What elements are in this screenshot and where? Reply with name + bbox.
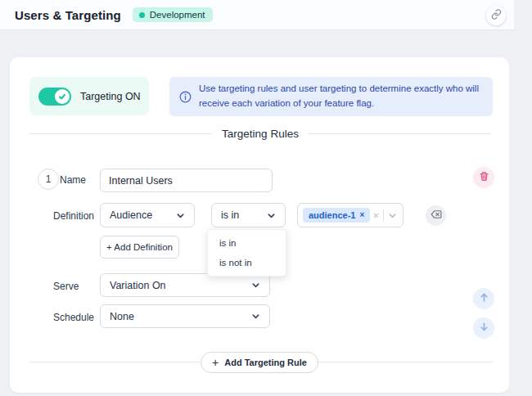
divider-line: [309, 133, 491, 134]
operator-dropdown-menu: is in is not in: [207, 229, 286, 277]
environment-badge: Development: [133, 7, 213, 22]
arrow-up-icon: [479, 291, 489, 306]
targeting-toggle-label: Targeting ON: [80, 91, 141, 102]
menu-item-is-in[interactable]: is in: [208, 233, 286, 253]
clear-selection-icon[interactable]: ×: [372, 210, 379, 221]
check-icon: [58, 92, 66, 101]
chevron-down-icon[interactable]: [388, 211, 397, 220]
plus-icon: +: [212, 357, 219, 368]
property-select-value: Audience: [110, 209, 152, 221]
remove-tag-icon[interactable]: ×: [359, 211, 364, 219]
rule-name-input[interactable]: [100, 169, 273, 192]
name-label: Name: [60, 174, 86, 186]
move-rule-down-button[interactable]: [473, 317, 494, 339]
serve-label: Serve: [53, 281, 79, 292]
rule-number-badge: 1: [38, 169, 59, 190]
divider-line: [29, 133, 212, 134]
multiselect-controls: ×: [372, 209, 397, 221]
add-definition-button[interactable]: + Add Definition: [100, 236, 179, 259]
serve-select-value: Variation On: [110, 280, 166, 291]
chevron-down-icon: [251, 281, 260, 290]
delete-rule-button[interactable]: [473, 167, 494, 188]
backspace-icon: [431, 209, 442, 223]
info-icon: [179, 91, 192, 103]
arrow-down-icon: [479, 321, 489, 335]
schedule-select-value: None: [110, 311, 134, 322]
toggle-knob: [55, 89, 70, 104]
chevron-down-icon: [176, 211, 185, 220]
separator: [383, 209, 384, 221]
users-and-targeting-screen: Users & Targeting Development Targeting …: [0, 0, 532, 396]
backspace-clear-button[interactable]: [426, 205, 446, 226]
add-targeting-rule-label: Add Targeting Rule: [224, 358, 307, 367]
property-select[interactable]: Audience: [100, 203, 195, 227]
audience-tag: audience-1 ×: [303, 208, 370, 223]
definition-label: Definition: [53, 210, 94, 222]
chevron-down-icon: [251, 312, 260, 321]
schedule-label: Schedule: [53, 312, 94, 323]
targeting-toggle[interactable]: [38, 88, 71, 106]
section-title: Targeting Rules: [222, 128, 299, 140]
operator-select-value: is in: [221, 209, 239, 221]
page-title: Users & Targeting: [15, 8, 121, 22]
info-banner-text: Use targeting rules and user targeting t…: [199, 82, 481, 111]
menu-item-is-not-in[interactable]: is not in: [208, 253, 286, 272]
page-header: Users & Targeting Development: [0, 0, 514, 30]
add-targeting-rule-button[interactable]: + Add Targeting Rule: [201, 352, 318, 373]
audience-multiselect[interactable]: audience-1 × ×: [297, 203, 404, 227]
schedule-select[interactable]: None: [100, 304, 270, 328]
environment-dot-icon: [139, 12, 145, 18]
targeting-toggle-container: Targeting ON: [29, 77, 149, 115]
operator-select[interactable]: is in: [211, 203, 286, 227]
trash-icon: [479, 170, 489, 185]
environment-badge-label: Development: [150, 10, 205, 20]
move-rule-up-button[interactable]: [473, 288, 494, 309]
serve-select[interactable]: Variation On: [100, 273, 270, 297]
chevron-down-icon: [267, 211, 276, 220]
targeting-card: Targeting ON Use targeting rules and use…: [10, 57, 509, 393]
targeting-rules-divider: Targeting Rules: [29, 128, 491, 140]
audience-tag-label: audience-1: [309, 210, 355, 220]
info-banner: Use targeting rules and user targeting t…: [169, 77, 493, 116]
copy-link-button[interactable]: [486, 6, 506, 25]
link-icon: [491, 8, 502, 23]
